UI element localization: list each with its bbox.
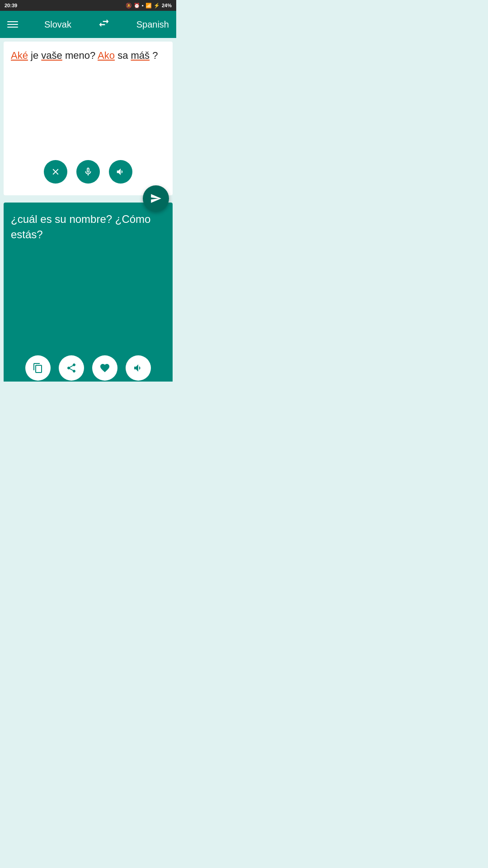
word-sa: sa (117, 50, 131, 61)
translation-text[interactable]: ¿cuál es su nombre? ¿Cómo estás? (11, 212, 165, 242)
speak-source-button[interactable] (109, 160, 132, 184)
word-qmark: ? (152, 50, 158, 61)
share-button[interactable] (59, 355, 84, 381)
hamburger-icon (7, 24, 18, 25)
word-ako: Ako (98, 50, 115, 61)
speak-translation-button[interactable] (126, 355, 151, 381)
source-text[interactable]: Aké je vaše meno? Ako sa máš ? (11, 49, 165, 63)
battery-percent: 24% (162, 3, 172, 8)
clear-button[interactable] (44, 160, 67, 184)
source-controls (11, 156, 165, 188)
output-controls (11, 351, 165, 382)
word-ake: Aké (11, 50, 28, 61)
hamburger-icon (7, 27, 18, 28)
word-je: je (31, 50, 41, 61)
word-meno: meno? (65, 50, 98, 61)
microphone-button[interactable] (76, 160, 100, 184)
word-mas: máš (131, 50, 150, 61)
translate-button[interactable] (143, 185, 169, 212)
status-icons: 🔕 ⏰ ▪ 📶 ⚡ 24% (126, 3, 172, 9)
favorite-button[interactable] (92, 355, 117, 381)
copy-button[interactable] (25, 355, 51, 381)
target-language-selector[interactable]: Spanish (136, 19, 169, 30)
input-wrapper: Aké je vaše meno? Ako sa máš ? (0, 38, 176, 199)
source-text-panel: Aké je vaše meno? Ako sa máš ? (4, 42, 173, 195)
status-bar: 20:39 🔕 ⏰ ▪ 📶 ⚡ 24% (0, 0, 176, 11)
sim-icon: ▪ (142, 3, 144, 8)
translation-panel: ¿cuál es su nombre? ¿Cómo estás? (4, 203, 173, 382)
word-vase: vaše (41, 50, 62, 61)
notification-icon: 🔕 (126, 3, 132, 9)
charging-icon: ⚡ (154, 3, 160, 9)
source-language-selector[interactable]: Slovak (44, 19, 71, 30)
hamburger-icon (7, 21, 18, 22)
swap-languages-button[interactable] (98, 17, 110, 32)
main-content: Aké je vaše meno? Ako sa máš ? (0, 38, 176, 382)
app-header: Slovak Spanish (0, 11, 176, 38)
menu-button[interactable] (7, 21, 18, 28)
alarm-icon: ⏰ (134, 3, 140, 9)
signal-icon: 📶 (145, 3, 152, 9)
status-time: 20:39 (5, 3, 17, 8)
